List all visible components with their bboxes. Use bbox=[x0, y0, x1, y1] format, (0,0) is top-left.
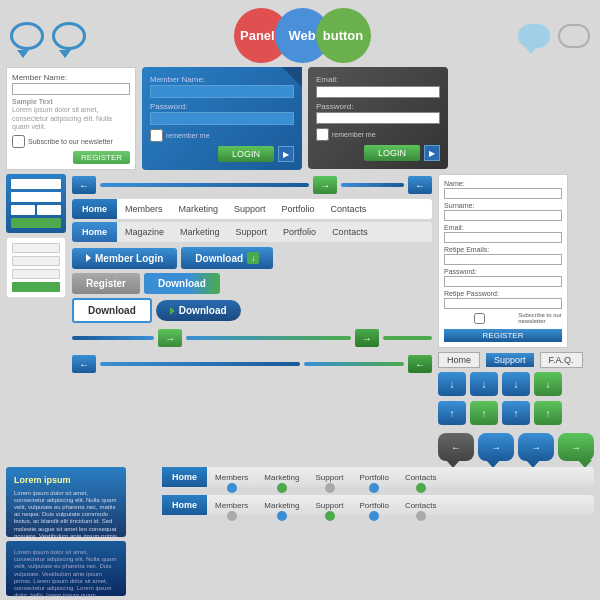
nc-portfolio-1[interactable]: Portfolio bbox=[352, 467, 397, 487]
nav-dot-9 bbox=[369, 511, 379, 521]
nc-support-2[interactable]: Support bbox=[307, 495, 351, 515]
member-name-input[interactable] bbox=[12, 83, 130, 95]
nav-portfolio-2[interactable]: Portfolio bbox=[275, 222, 324, 242]
nav-circles-home-2[interactable]: Home bbox=[162, 495, 207, 515]
arrow-right-btn-3[interactable]: → bbox=[355, 329, 379, 347]
blue-panel-2-body: Lorem ipsum dolor sit amet, consectetur … bbox=[14, 549, 118, 599]
register-btn-2[interactable]: Register bbox=[72, 273, 140, 294]
download-button-4[interactable]: Download bbox=[156, 300, 241, 321]
icon-btn-blue-5[interactable]: ↑ bbox=[502, 401, 530, 425]
row-forms: Member Name: Sample Text Lorem ipsum dol… bbox=[6, 67, 594, 170]
arrow-right-btn-4[interactable]: ← bbox=[408, 355, 432, 373]
icon-btn-blue-1[interactable]: ↓ bbox=[438, 372, 466, 396]
icon-btn-green-1[interactable]: ↓ bbox=[534, 372, 562, 396]
nav-support-1[interactable]: Support bbox=[226, 199, 274, 219]
nav-dot-4 bbox=[369, 483, 379, 493]
blue-member-name-input[interactable] bbox=[150, 85, 294, 98]
dark-remember-checkbox[interactable] bbox=[316, 128, 329, 141]
btn-row-3: Download Download bbox=[72, 298, 432, 323]
right-subscribe-checkbox[interactable] bbox=[444, 313, 515, 324]
icon-btn-blue-3[interactable]: ↓ bbox=[502, 372, 530, 396]
arrow-left-btn-3[interactable]: ← bbox=[72, 355, 96, 373]
subscribe-checkbox[interactable] bbox=[12, 135, 25, 148]
dark-password-input[interactable] bbox=[316, 112, 440, 124]
download-button-2[interactable]: Download bbox=[144, 273, 220, 294]
blue-remember-checkbox[interactable] bbox=[150, 129, 163, 142]
password-group: Password: bbox=[444, 268, 562, 287]
small-field-1 bbox=[11, 179, 61, 189]
dark-email-input[interactable] bbox=[316, 86, 440, 98]
arrow-right-btn-2[interactable]: → bbox=[158, 329, 182, 347]
dark-arrow-btn[interactable]: ▶ bbox=[424, 145, 440, 161]
blue-login-button[interactable]: LOGIN bbox=[218, 146, 274, 162]
arrow-left-btn-2[interactable]: ← bbox=[408, 176, 432, 194]
icon-btn-green-2[interactable]: ↑ bbox=[470, 401, 498, 425]
icon-btn-blue-2[interactable]: ↓ bbox=[470, 372, 498, 396]
nav-dot-3 bbox=[325, 483, 335, 493]
nav-home-tab-2[interactable]: Home bbox=[72, 222, 117, 242]
nav-circles-2: Home Members Marketing Support Portfolio… bbox=[162, 495, 594, 515]
speech-btn-right-2[interactable]: → bbox=[518, 433, 554, 461]
nc-marketing-1[interactable]: Marketing bbox=[256, 467, 307, 487]
nav-support-2[interactable]: Support bbox=[228, 222, 276, 242]
nc-portfolio-2[interactable]: Portfolio bbox=[352, 495, 397, 515]
retipe-input[interactable] bbox=[444, 254, 562, 265]
tab-faq[interactable]: F.A.Q. bbox=[540, 352, 583, 368]
buttons-section: Member Login Download ↓ Register Downloa… bbox=[72, 247, 432, 375]
nav-circles-home-1[interactable]: Home bbox=[162, 467, 207, 487]
speech-btn-left[interactable]: ← bbox=[438, 433, 474, 461]
nav-circles-1: Home Members Marketing Support Portfolio… bbox=[162, 467, 594, 487]
header-icons-right bbox=[518, 24, 590, 48]
blue-arrow-btn[interactable]: ▶ bbox=[278, 146, 294, 162]
blue-password-input[interactable] bbox=[150, 112, 294, 125]
member-login-button[interactable]: Member Login bbox=[72, 248, 177, 269]
nav-marketing-2[interactable]: Marketing bbox=[172, 222, 228, 242]
small-submit-blue[interactable] bbox=[11, 218, 61, 228]
nav-portfolio-1[interactable]: Portfolio bbox=[274, 199, 323, 219]
password-input[interactable] bbox=[444, 276, 562, 287]
dark-login-button[interactable]: LOGIN bbox=[364, 145, 420, 161]
small-field-half-2 bbox=[37, 205, 61, 215]
nav-magazine-2[interactable]: Magazine bbox=[117, 222, 172, 242]
nav-home-tab-1[interactable]: Home bbox=[72, 199, 117, 219]
nc-members-1[interactable]: Members bbox=[207, 467, 256, 487]
right-column: Name: Surname: Email: Retipe Emails: Pas… bbox=[438, 174, 594, 461]
right-register-button[interactable]: REGISTER bbox=[444, 329, 562, 342]
name-input[interactable] bbox=[444, 188, 562, 199]
retipe-password-input[interactable] bbox=[444, 298, 562, 309]
nav-contacts-2[interactable]: Contacts bbox=[324, 222, 376, 242]
nc-contacts-1[interactable]: Contacts bbox=[397, 467, 445, 487]
arrow-nav-2: → → bbox=[72, 329, 432, 347]
name-group: Name: bbox=[444, 180, 562, 199]
surname-group: Surname: bbox=[444, 202, 562, 221]
left-bottom: Lorem ipsum Lorem ipsum dolor sit amet, … bbox=[6, 467, 156, 600]
speech-btn-right[interactable]: → bbox=[478, 433, 514, 461]
icon-btn-green-3[interactable]: ↑ bbox=[534, 401, 562, 425]
chat-icon-1 bbox=[10, 22, 44, 50]
nav-contacts-1[interactable]: Contacts bbox=[323, 199, 375, 219]
download-button-3[interactable]: Download bbox=[72, 298, 152, 323]
password-label: Password: bbox=[444, 268, 562, 275]
download-button-1[interactable]: Download ↓ bbox=[181, 247, 273, 269]
retipe-group: Retipe Emails: bbox=[444, 246, 562, 265]
nav-dot-5 bbox=[416, 483, 426, 493]
small-white-submit[interactable] bbox=[12, 282, 60, 292]
speech-btn-right-3[interactable]: → bbox=[558, 433, 594, 461]
form-white-register: Member Name: Sample Text Lorem ipsum dol… bbox=[6, 67, 136, 170]
nc-support-1[interactable]: Support bbox=[307, 467, 351, 487]
arrow-left-btn[interactable]: ← bbox=[72, 176, 96, 194]
nav-bar-2: Home Magazine Marketing Support Portfoli… bbox=[72, 222, 432, 242]
tab-home[interactable]: Home bbox=[438, 352, 480, 368]
nc-contacts-2[interactable]: Contacts bbox=[397, 495, 445, 515]
email-input[interactable] bbox=[444, 232, 562, 243]
nc-marketing-2[interactable]: Marketing bbox=[256, 495, 307, 515]
register-button[interactable]: REGISTER bbox=[73, 151, 130, 164]
subscribe-row: Subscribe to our newsletter bbox=[12, 135, 130, 148]
nc-members-2[interactable]: Members bbox=[207, 495, 256, 515]
tab-support[interactable]: Support bbox=[486, 353, 534, 367]
nav-marketing-1[interactable]: Marketing bbox=[171, 199, 227, 219]
icon-btn-blue-4[interactable]: ↑ bbox=[438, 401, 466, 425]
arrow-right-btn[interactable]: → bbox=[313, 176, 337, 194]
surname-input[interactable] bbox=[444, 210, 562, 221]
nav-members-1[interactable]: Members bbox=[117, 199, 171, 219]
